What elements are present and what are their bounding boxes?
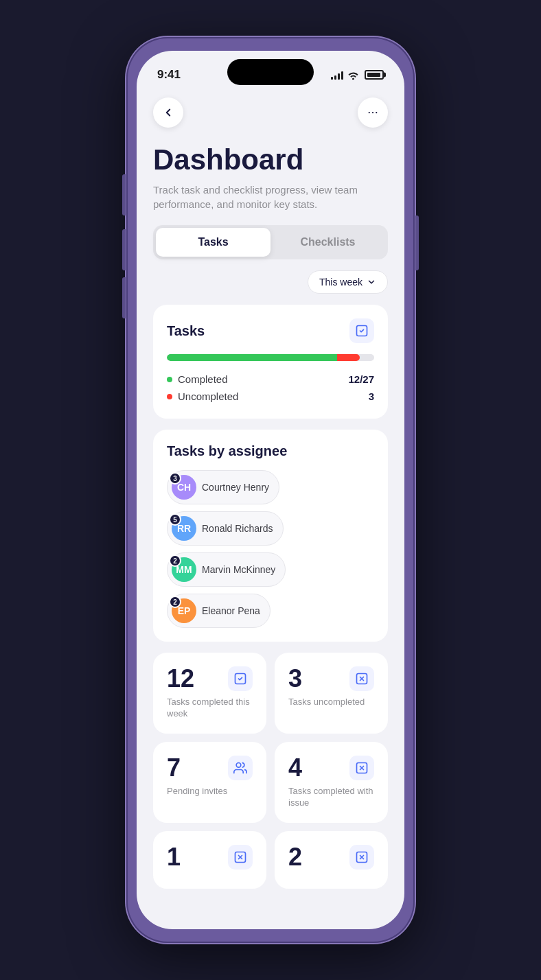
stat-card-top: 2 [288,845,374,870]
assignee-chip[interactable]: EP 2 Eleanor Pena [167,594,270,628]
svg-point-1 [372,112,373,113]
page-title: Dashboard [153,144,388,176]
tasks-card-header: Tasks [167,318,374,343]
stat-card[interactable]: 7 Pending invites [153,742,266,823]
phone-screen: 9:41 [137,51,404,929]
assignee-name: Ronald Richards [202,523,273,534]
stat-card-icon [349,845,374,870]
tab-checklists[interactable]: Checklists [270,228,385,257]
stat-card-top: 4 [288,756,374,780]
stat-card-label: Tasks uncompleted [288,697,374,708]
tasks-card-title: Tasks [167,323,205,339]
svg-point-0 [369,112,370,113]
stat-card-number: 12 [167,666,194,691]
tasks-progress-bar [167,354,374,361]
stat-card-label: Tasks completed this week [167,697,253,720]
back-button[interactable] [153,97,183,128]
completed-value: 12/27 [348,373,374,385]
header-section: Dashboard Track task and checklist progr… [137,139,404,225]
stat-card[interactable]: 3 Tasks uncompleted [275,653,388,734]
assignee-avatar-wrap: MM 2 [172,557,196,582]
top-nav [137,86,404,139]
assignee-avatar-wrap: RR 5 [172,516,196,541]
tab-switcher: Tasks Checklists [153,225,388,259]
assignee-chip[interactable]: RR 5 Ronald Richards [167,511,284,546]
check-square-icon [355,324,369,338]
battery-icon [365,70,384,80]
completed-stat-row: Completed 12/27 [167,371,374,388]
uncompleted-dot [167,394,172,399]
stat-card-icon [349,666,374,691]
tab-tasks[interactable]: Tasks [156,228,270,257]
stat-card-number: 2 [288,845,302,870]
assignee-avatar-wrap: EP 2 [172,598,196,623]
completed-dot [167,377,172,382]
assignee-avatar-wrap: CH 3 [172,475,196,500]
stat-card-top: 3 [288,666,374,691]
stat-card-number: 4 [288,756,302,780]
assignees-card-header: Tasks by assignee [167,443,374,459]
stat-card-number: 1 [167,845,181,870]
filter-button[interactable]: This week [308,270,388,294]
status-time: 9:41 [157,68,181,82]
stat-card[interactable]: 12 Tasks completed this week [153,653,266,734]
stat-card-top: 1 [167,845,253,870]
uncompleted-stat-row: Uncompleted 3 [167,388,374,405]
stats-grid: 12 Tasks completed this week 3 Tasks unc… [153,653,388,889]
uncompleted-value: 3 [369,390,374,402]
stat-card-top: 12 [167,666,253,691]
tasks-card: Tasks [153,305,388,419]
progress-completed [167,354,337,361]
phone-frame: 9:41 [126,37,415,943]
assignees-card-title: Tasks by assignee [167,443,287,459]
tasks-card-icon-btn[interactable] [349,318,374,343]
assignees-card: Tasks by assignee CH 3 Courtney Henry RR… [153,430,388,642]
progress-uncompleted [337,354,360,361]
svg-point-2 [376,112,377,113]
assignee-name: Courtney Henry [202,482,269,493]
stat-card-icon [228,845,253,870]
status-bar: 9:41 [137,51,404,86]
completed-label: Completed [167,373,228,385]
stat-card-icon [349,756,374,780]
stat-card-top: 7 [167,756,253,780]
assignee-chip[interactable]: CH 3 Courtney Henry [167,470,279,504]
signal-icon [331,70,343,80]
stat-card-icon [228,666,253,691]
filter-label: This week [319,277,362,288]
stat-card-number: 7 [167,756,181,780]
uncompleted-label: Uncompleted [167,390,238,402]
stat-card[interactable]: 4 Tasks completed with issue [275,742,388,823]
phone-outer: 9:41 [0,0,541,980]
assignees-grid: CH 3 Courtney Henry RR 5 Ronald Richards… [167,470,374,628]
chevron-down-icon [367,277,376,287]
wifi-icon [347,71,359,80]
more-button[interactable] [358,97,388,128]
stat-card[interactable]: 2 [275,831,388,889]
assignee-name: Marvin McKinney [202,564,275,575]
stat-card-label: Pending invites [167,786,253,797]
stat-card-icon [228,756,253,780]
stat-card[interactable]: 1 [153,831,266,889]
stat-card-number: 3 [288,666,302,691]
stat-card-label: Tasks completed with issue [288,786,374,809]
dynamic-island [227,59,314,85]
screen-content[interactable]: Dashboard Track task and checklist progr… [137,86,404,929]
assignee-name: Eleanor Pena [202,605,260,616]
status-icons [331,70,384,80]
svg-point-8 [236,762,241,767]
assignee-chip[interactable]: MM 2 Marvin McKinney [167,552,286,587]
page-subtitle: Track task and checklist progress, view … [153,183,388,211]
filter-row: This week [137,270,404,305]
